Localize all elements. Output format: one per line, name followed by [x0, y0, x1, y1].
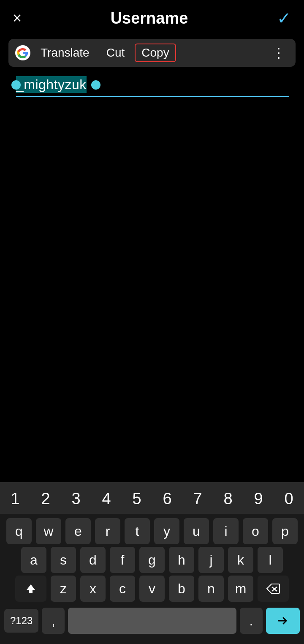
key-n[interactable]: n [198, 576, 224, 602]
key-t[interactable]: t [125, 518, 150, 544]
keyboard-row-1: q w e r t y u i o p [0, 518, 304, 544]
key-5[interactable]: 5 [123, 490, 151, 508]
comma-key[interactable]: , [42, 608, 65, 634]
selected-text[interactable]: _mightyzuk [16, 76, 87, 93]
key-9[interactable]: 9 [244, 490, 272, 508]
alpha-rows: q w e r t y u i o p a s d f g h j k l [0, 514, 304, 644]
key-q[interactable]: q [6, 518, 32, 544]
key-o[interactable]: o [243, 518, 268, 544]
space-key[interactable] [68, 608, 236, 634]
context-menu-bar: Translate Cut Copy ⋮ [8, 39, 296, 67]
key-y[interactable]: y [154, 518, 179, 544]
text-row: _mightyzuk [8, 75, 296, 98]
key-l[interactable]: l [258, 547, 283, 573]
keyboard-bottom-row: ?123 , . [0, 604, 304, 642]
num-switch-key[interactable]: ?123 [4, 609, 38, 633]
empty-content-area [0, 98, 304, 334]
key-0[interactable]: 0 [275, 490, 303, 508]
key-s[interactable]: s [51, 547, 76, 573]
key-b[interactable]: b [169, 576, 194, 602]
key-r[interactable]: r [95, 518, 120, 544]
key-k[interactable]: k [228, 547, 253, 573]
key-c[interactable]: c [110, 576, 135, 602]
page-title: Username [111, 9, 188, 27]
keyboard-row-2: a s d f g h j k l [0, 547, 304, 573]
key-x[interactable]: x [80, 576, 106, 602]
key-m[interactable]: m [228, 576, 253, 602]
backspace-key[interactable] [258, 576, 289, 602]
google-icon [15, 45, 30, 60]
header: × Username ✓ [0, 0, 304, 36]
keyboard: 1 2 3 4 5 6 7 8 9 0 q w e r t y u i o p … [0, 482, 304, 644]
key-g[interactable]: g [139, 547, 165, 573]
selection-handle-left [11, 80, 21, 90]
translate-button[interactable]: Translate [34, 44, 96, 62]
number-row: 1 2 3 4 5 6 7 8 9 0 [0, 482, 304, 514]
key-6[interactable]: 6 [153, 490, 181, 508]
key-z[interactable]: z [51, 576, 76, 602]
key-j[interactable]: j [198, 547, 224, 573]
key-v[interactable]: v [139, 576, 165, 602]
key-p[interactable]: p [272, 518, 298, 544]
selection-handle-right [91, 80, 100, 90]
key-w[interactable]: w [36, 518, 61, 544]
key-8[interactable]: 8 [214, 490, 242, 508]
text-underline [16, 96, 289, 97]
key-2[interactable]: 2 [32, 490, 60, 508]
close-button[interactable]: × [13, 11, 22, 26]
key-h[interactable]: h [169, 547, 194, 573]
key-u[interactable]: u [184, 518, 209, 544]
cut-button[interactable]: Cut [100, 44, 132, 62]
confirm-button[interactable]: ✓ [277, 8, 291, 28]
key-7[interactable]: 7 [184, 490, 212, 508]
key-e[interactable]: e [65, 518, 91, 544]
period-key[interactable]: . [240, 608, 263, 634]
key-i[interactable]: i [213, 518, 239, 544]
keyboard-row-3: z x c v b n m [0, 576, 304, 602]
key-a[interactable]: a [21, 547, 46, 573]
key-4[interactable]: 4 [92, 490, 120, 508]
key-f[interactable]: f [110, 547, 135, 573]
key-1[interactable]: 1 [1, 490, 29, 508]
shift-key[interactable] [15, 576, 46, 602]
key-d[interactable]: d [80, 547, 106, 573]
text-input-area: _mightyzuk [0, 69, 304, 98]
copy-button[interactable]: Copy [135, 44, 176, 62]
more-options-button[interactable]: ⋮ [269, 43, 289, 63]
enter-key[interactable] [266, 608, 300, 634]
key-3[interactable]: 3 [62, 490, 90, 508]
